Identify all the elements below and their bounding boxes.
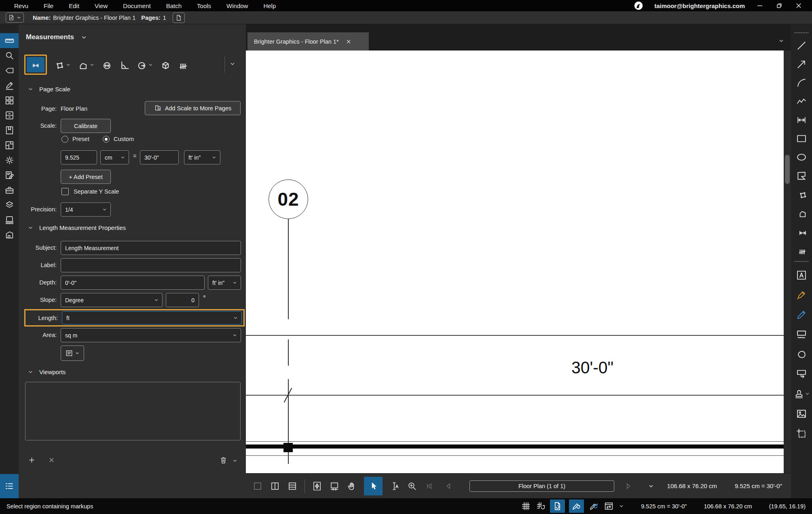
sync-views-toggle[interactable] <box>604 501 614 511</box>
menu-revu[interactable]: Revu <box>6 0 36 11</box>
sidebar-tab-thumbnails[interactable] <box>0 93 19 108</box>
tool-diameter-button[interactable] <box>100 59 112 71</box>
arc-tool-button[interactable] <box>796 74 807 92</box>
line-tool-button[interactable] <box>796 36 807 55</box>
depth-unit-select[interactable]: ft' in" <box>208 276 241 290</box>
viewports-section-header[interactable]: Viewports <box>27 369 66 375</box>
document-canvas[interactable]: 02 30'-0" <box>246 51 784 473</box>
vertical-scrollbar[interactable] <box>784 51 791 473</box>
page-indicator[interactable]: Floor Plan (1 of 1) <box>469 480 614 492</box>
depth-input[interactable]: 0'-0" <box>61 276 205 290</box>
sidebar-tab-toolbox[interactable] <box>0 183 19 198</box>
rectangle-tool-button[interactable] <box>796 129 807 148</box>
snapshot-tool-button[interactable] <box>796 423 807 443</box>
document-menu-button[interactable] <box>6 13 24 23</box>
menu-view[interactable]: View <box>87 0 115 11</box>
sidebar-tab-layers[interactable] <box>0 198 19 213</box>
next-page-button[interactable] <box>624 482 633 491</box>
sidebar-tab-studio[interactable] <box>0 228 19 242</box>
sidebar-tab-measurements[interactable] <box>0 33 19 48</box>
tool-angle-button[interactable] <box>117 59 129 71</box>
tab-close-icon[interactable] <box>345 38 352 45</box>
scale-unit-select[interactable]: cm <box>100 150 129 164</box>
calibrate-button[interactable]: Calibrate <box>61 119 111 133</box>
tool-volume-button[interactable] <box>159 59 171 71</box>
pan-hand-button[interactable] <box>347 481 357 491</box>
tool-area-button[interactable] <box>76 59 95 71</box>
slope-select[interactable]: Degree <box>61 293 163 307</box>
snap-content-toggle[interactable] <box>550 499 565 513</box>
polygon-tool-button[interactable] <box>796 166 807 185</box>
first-page-button[interactable] <box>424 482 433 491</box>
tool-length-button[interactable] <box>24 55 47 75</box>
pane-single-button[interactable] <box>252 481 263 491</box>
pane-splitv-button[interactable] <box>270 481 280 491</box>
sidebar-tab-markup-list[interactable] <box>0 474 19 498</box>
menu-file[interactable]: File <box>36 0 61 11</box>
scale-value-input[interactable]: 9.525 <box>61 150 97 164</box>
delete-viewport-button[interactable] <box>48 456 55 464</box>
separate-y-scale-checkbox[interactable] <box>61 188 69 195</box>
sidebar-tab-markup-summary[interactable] <box>0 168 19 183</box>
measure-count-tool-button[interactable] <box>796 241 807 259</box>
tab-list-chevron[interactable] <box>778 38 785 44</box>
previous-page-button[interactable] <box>444 482 453 491</box>
add-scale-to-more-pages-button[interactable]: Add Scale to More Pages <box>145 101 241 115</box>
arrow-tool-button[interactable] <box>796 55 807 74</box>
zoom-tool-button[interactable] <box>407 481 417 491</box>
fit-page-button[interactable] <box>312 481 322 491</box>
pen-tool-button[interactable] <box>796 305 807 324</box>
sidebar-tab-bookmarks[interactable] <box>0 123 19 138</box>
cloud-tool-button[interactable] <box>796 344 807 364</box>
sidebar-tab-sets[interactable] <box>0 213 19 228</box>
highlighter-tool-button[interactable] <box>796 285 807 305</box>
chevron-down-icon[interactable] <box>80 34 87 41</box>
menu-batch[interactable]: Batch <box>159 0 189 11</box>
precision-select[interactable]: 1/4 <box>61 202 111 217</box>
image-tool-button[interactable] <box>796 404 807 423</box>
pane-splith-button[interactable] <box>287 481 298 491</box>
sidebar-tab-spaces[interactable] <box>0 138 19 153</box>
sidebar-tab-settings[interactable] <box>0 153 19 168</box>
minimize-button[interactable] <box>755 1 764 10</box>
menu-edit[interactable]: Edit <box>61 0 87 11</box>
sidebar-tab-markup-pen[interactable] <box>0 78 19 93</box>
close-button[interactable] <box>794 1 803 10</box>
trash-icon-button[interactable] <box>219 456 228 464</box>
menu-document[interactable]: Document <box>115 0 158 11</box>
viewports-list[interactable] <box>25 382 241 440</box>
add-viewport-button[interactable] <box>27 456 36 464</box>
account-email[interactable]: taimoor@brightergraphics.com <box>654 2 745 9</box>
preset-radio[interactable] <box>61 136 68 143</box>
measure-perimeter-tool-button[interactable] <box>796 185 807 204</box>
chevron-down-icon[interactable] <box>619 503 624 509</box>
menu-help[interactable]: Help <box>256 0 283 11</box>
custom-radio[interactable] <box>103 136 110 143</box>
measure-area-tool-button[interactable] <box>796 204 807 222</box>
toolbar-overflow-button[interactable] <box>229 61 236 67</box>
slope-angle-input[interactable]: 0 <box>166 293 199 307</box>
tool-radius-button[interactable] <box>135 59 153 71</box>
snap-grid-toggle[interactable] <box>536 501 546 511</box>
page-scale-section-header[interactable]: Page Scale <box>27 86 70 93</box>
sidebar-tab-search[interactable] <box>0 48 19 63</box>
reuse-markup-toggle[interactable] <box>589 501 599 511</box>
textbox-tool-button[interactable] <box>796 265 807 285</box>
ellipse-tool-button[interactable] <box>796 148 807 166</box>
scale-value-2-input[interactable]: 30'-0" <box>140 150 179 164</box>
length-props-section-header[interactable]: Length Measurement Properties <box>27 224 126 231</box>
scrollbar-thumb[interactable] <box>785 155 790 184</box>
sidebar-tab-tag[interactable] <box>0 63 19 78</box>
document-tab[interactable]: Brighter Graphics - Floor Plan 1* <box>247 32 369 51</box>
text-select-button[interactable] <box>389 481 400 491</box>
sidebar-tab-file-access[interactable] <box>0 108 19 123</box>
tool-polyline-button[interactable] <box>52 59 71 71</box>
create-page-button[interactable] <box>173 13 185 23</box>
trash-options-chevron[interactable] <box>232 458 238 463</box>
menu-tools[interactable]: Tools <box>189 0 219 11</box>
tool-strip-drag-handle[interactable] <box>795 261 808 262</box>
subject-input[interactable]: Length Measurement <box>61 241 241 255</box>
polyline-tool-button[interactable] <box>796 92 807 111</box>
callout-tool-button[interactable] <box>796 364 807 384</box>
stamp-tool-button[interactable] <box>793 384 810 404</box>
